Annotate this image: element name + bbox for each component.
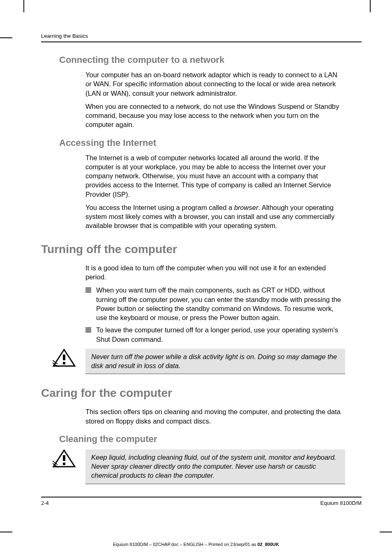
list-item: To leave the computer turned off for a l… bbox=[85, 325, 345, 344]
page-content: Learning the Basics Connecting the compu… bbox=[41, 33, 362, 506]
bullet-icon bbox=[85, 327, 91, 333]
header-rule bbox=[41, 41, 362, 42]
svg-rect-7 bbox=[63, 463, 65, 465]
warning-icon bbox=[53, 449, 76, 469]
paragraph: When you are connected to a network, do … bbox=[85, 102, 345, 129]
heading-connecting-network: Connecting the computer to a network bbox=[59, 55, 362, 65]
svg-rect-6 bbox=[63, 455, 65, 461]
model-name: Equium 8100D/M bbox=[321, 500, 362, 506]
page-number: 2-4 bbox=[41, 500, 49, 506]
running-header: Learning the Basics bbox=[41, 33, 362, 39]
crop-mark bbox=[380, 532, 392, 532]
warning-text: Keep liquid, including cleaning fluid, o… bbox=[85, 449, 345, 484]
paragraph: This section offers tips on cleaning and… bbox=[85, 407, 345, 426]
print-footer-text: Equium 8100D/M – 02CHAP.doc – ENGLISH – … bbox=[113, 542, 257, 547]
footer-rule bbox=[41, 497, 362, 497]
print-footer: Equium 8100D/M – 02CHAP.doc – ENGLISH – … bbox=[0, 542, 392, 547]
warning-callout: Keep liquid, including cleaning fluid, o… bbox=[41, 449, 345, 484]
list-item-text: When you want turn off the main componen… bbox=[96, 286, 345, 322]
heading-accessing-internet: Accessing the Internet bbox=[59, 138, 362, 148]
list-item-text: To leave the computer turned off for a l… bbox=[96, 325, 345, 344]
heading-caring-computer: Caring for the computer bbox=[41, 387, 362, 400]
emphasized-term: browser bbox=[234, 204, 258, 211]
paragraph: The Internet is a web of computer networ… bbox=[85, 153, 345, 199]
heading-cleaning-computer: Cleaning the computer bbox=[59, 434, 362, 444]
crop-mark bbox=[0, 37, 12, 38]
paragraph: You access the Internet using a program … bbox=[85, 203, 345, 230]
crop-mark bbox=[0, 532, 12, 532]
print-footer-code: 02_800UK bbox=[257, 542, 279, 547]
text-fragment: You access the Internet using a program … bbox=[85, 204, 234, 211]
crop-mark bbox=[370, 0, 371, 12]
warning-icon bbox=[53, 349, 76, 368]
bullet-icon bbox=[85, 287, 91, 293]
bullet-list: When you want turn off the main componen… bbox=[85, 286, 345, 344]
crop-mark bbox=[23, 0, 24, 12]
svg-rect-1 bbox=[63, 355, 65, 360]
paragraph: Your computer has an on-board network ad… bbox=[85, 70, 345, 98]
paragraph: It is a good idea to turn off the comput… bbox=[85, 263, 345, 282]
warning-text: Never turn off the power while a disk ac… bbox=[85, 349, 345, 375]
list-item: When you want turn off the main componen… bbox=[85, 286, 345, 322]
svg-rect-2 bbox=[63, 362, 65, 364]
heading-turning-off: Turning off the computer bbox=[41, 243, 362, 256]
page-footer: 2-4 Equium 8100D/M bbox=[41, 500, 362, 506]
warning-callout: Never turn off the power while a disk ac… bbox=[41, 349, 345, 375]
